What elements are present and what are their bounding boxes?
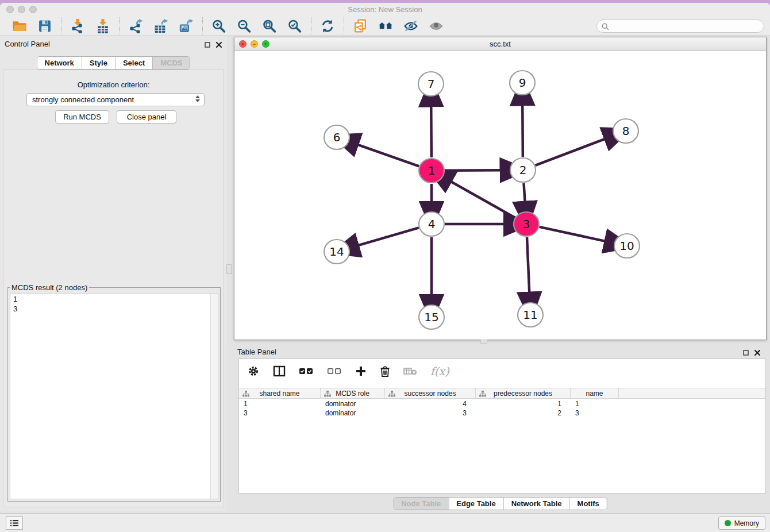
graph-edge-2-3[interactable] — [523, 183, 525, 203]
network-graph[interactable]: 7968124314101511 — [234, 51, 766, 340]
import-network-icon[interactable] — [69, 17, 86, 34]
table-panel: Table Panel — [234, 345, 767, 508]
zoom-fit-icon[interactable] — [261, 17, 278, 34]
graph-node-8[interactable]: 8 — [613, 119, 638, 143]
first-neighbors-icon[interactable] — [377, 17, 394, 34]
network-window-titlebar[interactable]: × − + scc.txt — [234, 37, 766, 51]
mcds-result-title: MCDS result (2 nodes) — [10, 283, 89, 292]
export-image-icon[interactable] — [178, 17, 195, 34]
graph-edge-2-8[interactable] — [536, 138, 607, 165]
refresh-icon[interactable] — [319, 17, 336, 34]
graph-node-14[interactable]: 14 — [324, 240, 349, 264]
graph-node-4[interactable]: 4 — [419, 212, 444, 236]
table-panel-title: Table Panel — [237, 348, 276, 356]
graph-node-2[interactable]: 2 — [510, 158, 536, 182]
window-title: Session: New Session — [0, 5, 770, 14]
column-header-MCDS-role[interactable]: MCDS role — [321, 388, 385, 398]
create-column-icon[interactable] — [355, 364, 367, 379]
column-header-shared-name[interactable]: shared name — [239, 388, 321, 398]
tab-network-table[interactable]: Network Table — [503, 498, 569, 510]
search-field-wrap — [596, 20, 764, 33]
cell-predecessor-nodes[interactable]: 2 — [476, 408, 571, 418]
graph-edge-2-9[interactable] — [522, 103, 523, 157]
graph-node-7[interactable]: 7 — [418, 72, 444, 96]
search-input[interactable] — [596, 20, 764, 33]
table-settings-icon[interactable] — [247, 364, 260, 379]
hide-selected-icon[interactable] — [402, 17, 419, 34]
export-table-icon[interactable] — [152, 17, 170, 34]
zoom-in-icon[interactable] — [210, 17, 228, 34]
column-header-successor-nodes[interactable]: successor nodes — [385, 388, 476, 398]
tab-motifs[interactable]: Motifs — [569, 498, 607, 510]
show-all-icon[interactable] — [428, 17, 445, 34]
vertical-splitter-handle[interactable] — [226, 264, 232, 274]
cell-successor-nodes[interactable]: 4 — [385, 399, 476, 408]
table-row[interactable]: 1dominator411 — [239, 399, 765, 408]
app-window: Session: New Session Control Panel Netwo… — [0, 3, 770, 532]
tab-mcds[interactable]: MCDS — [152, 57, 190, 69]
open-session-icon[interactable] — [11, 17, 28, 34]
float-table-panel-icon[interactable] — [742, 349, 749, 356]
delete-column-icon[interactable] — [380, 364, 390, 379]
select-all-columns-icon[interactable] — [299, 364, 314, 379]
graph-edge-3-10[interactable] — [539, 227, 606, 241]
graph-node-15[interactable]: 15 — [419, 305, 444, 329]
close-panel-icon[interactable] — [215, 41, 222, 48]
column-header-filler — [619, 388, 765, 398]
tab-style[interactable]: Style — [82, 57, 115, 69]
graph-node-10[interactable]: 10 — [614, 234, 640, 258]
graph-node-9[interactable]: 9 — [510, 71, 535, 95]
graph-node-6[interactable]: 6 — [324, 125, 349, 149]
memory-button[interactable]: Memory — [718, 516, 765, 530]
graph-node-11[interactable]: 11 — [518, 303, 543, 327]
show-columns-icon[interactable] — [273, 364, 286, 379]
network-window: × − + scc.txt 7968124314101511 — [234, 37, 767, 340]
cell-name[interactable]: 1 — [571, 399, 619, 408]
cell-MCDS-role[interactable]: dominator — [321, 408, 385, 418]
close-table-panel-icon[interactable] — [753, 349, 761, 356]
horizontal-splitter-handle[interactable] — [480, 340, 487, 344]
import-table-icon[interactable] — [94, 17, 111, 34]
mcds-result-area[interactable]: 13 — [10, 293, 218, 499]
column-header-predecessor-nodes[interactable]: predecessor nodes — [476, 388, 571, 398]
graph-edge-1-7[interactable] — [431, 105, 432, 157]
graph-edge-3-1[interactable] — [449, 181, 515, 218]
graph-node-3[interactable]: 3 — [514, 212, 539, 236]
cell-successor-nodes[interactable]: 3 — [385, 408, 476, 418]
table-row[interactable]: 3dominator323 — [239, 408, 765, 418]
cell-shared-name[interactable]: 1 — [239, 399, 321, 408]
graph-node-1[interactable]: 1 — [419, 159, 444, 183]
unselect-all-columns-icon[interactable] — [327, 364, 342, 379]
zoom-out-icon[interactable] — [236, 17, 253, 34]
network-canvas[interactable]: 7968124314101511 — [234, 51, 766, 340]
graph-edge-4-14[interactable] — [357, 228, 419, 246]
criterion-dropdown[interactable]: strongly connected component — [26, 93, 205, 106]
main-toolbar — [0, 16, 770, 36]
float-panel-icon[interactable] — [203, 41, 211, 48]
function-builder-icon[interactable]: f(x) — [430, 364, 449, 379]
tab-edge-table[interactable]: Edge Table — [448, 498, 503, 510]
network-file-icon[interactable] — [352, 17, 369, 34]
cell-predecessor-nodes[interactable]: 1 — [476, 399, 571, 408]
cell-shared-name[interactable]: 3 — [239, 408, 321, 418]
tab-select[interactable]: Select — [115, 57, 152, 69]
run-mcds-button[interactable]: Run MCDS — [55, 110, 109, 124]
cell-name[interactable]: 3 — [571, 408, 619, 418]
task-history-button[interactable] — [6, 516, 23, 530]
save-session-icon[interactable] — [36, 17, 53, 34]
svg-text:8: 8 — [622, 124, 630, 138]
result-scrollbar[interactable] — [210, 294, 218, 499]
export-network-icon[interactable] — [127, 17, 144, 34]
zoom-selected-icon[interactable] — [286, 17, 303, 34]
column-header-name[interactable]: name — [571, 388, 619, 398]
svg-text:11: 11 — [523, 308, 537, 322]
cell-MCDS-role[interactable]: dominator — [321, 399, 385, 408]
delete-table-icon[interactable] — [403, 364, 417, 379]
tab-network[interactable]: Network — [37, 57, 82, 69]
graph-edge-3-11[interactable] — [527, 237, 529, 294]
close-panel-button[interactable]: Close panel — [117, 110, 176, 124]
graph-edge-1-6[interactable] — [356, 144, 419, 166]
graph-edge-1-2[interactable] — [445, 170, 502, 171]
svg-text:2: 2 — [519, 163, 527, 177]
tab-node-table[interactable]: Node Table — [394, 498, 448, 510]
